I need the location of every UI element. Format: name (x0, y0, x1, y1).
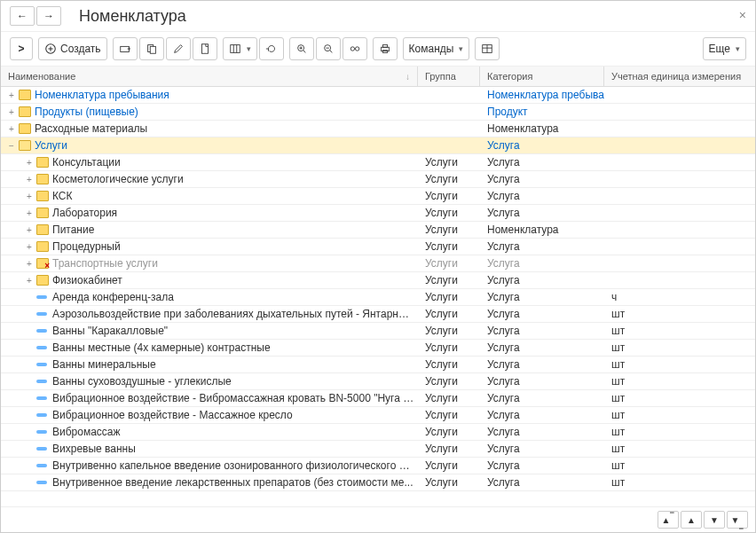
table-row[interactable]: −УслугиУслуга (1, 137, 755, 154)
table-row[interactable]: Аэрозольвоздействие при заболеваниях дых… (1, 306, 755, 323)
scroll-up-button[interactable]: ▲ (681, 511, 702, 529)
row-unit (604, 128, 755, 129)
link-button[interactable] (343, 37, 367, 60)
row-unit: шт (604, 307, 755, 321)
row-group: Услуги (418, 189, 480, 203)
print-button[interactable] (373, 37, 398, 60)
row-category: Номенклатура пребыван... (480, 88, 604, 102)
row-unit (604, 212, 755, 214)
row-category: Услуга (480, 425, 604, 439)
item-icon (36, 295, 47, 299)
scroll-top-button[interactable]: ▲▔ (658, 511, 679, 529)
table-row[interactable]: +Косметологические услугиУслугиУслуга (1, 171, 755, 188)
row-name: Внутривенное введение лекарственных преп… (52, 476, 413, 489)
item-icon (36, 380, 47, 383)
svg-rect-11 (382, 45, 387, 48)
expand-toggle[interactable]: + (24, 208, 35, 218)
more-button[interactable]: Еще▾ (703, 37, 746, 60)
row-name: Вибромассаж (52, 426, 121, 438)
table-row[interactable]: Внутривенное введение лекарственных преп… (1, 474, 755, 491)
table-row[interactable]: +ПроцедурныйУслугиУслуга (1, 239, 755, 255)
table-row[interactable]: +Продукты (пищевые)Продукт (1, 104, 755, 121)
svg-rect-3 (150, 46, 155, 53)
expand-toggle[interactable]: + (24, 174, 35, 184)
table-row[interactable]: +Транспортные услугиУслугиУслуга (1, 255, 755, 272)
table-row[interactable]: +Расходные материалыНоменклатура (1, 121, 755, 137)
edit-button[interactable] (166, 37, 191, 60)
row-group: Услуги (418, 206, 480, 220)
copy-button[interactable] (139, 37, 164, 60)
grid-body[interactable]: +Номенклатура пребыванияНоменклатура пре… (1, 87, 755, 506)
commands-button[interactable]: Команды▾ (403, 37, 470, 60)
table-row[interactable]: Ванны минеральныеУслугиУслугашт (1, 357, 755, 373)
nav-back-button[interactable]: ← (10, 6, 35, 26)
scroll-bottom-button[interactable]: ▼▁ (727, 511, 748, 529)
column-header-category[interactable]: Категория (480, 67, 604, 86)
row-unit: шт (604, 391, 755, 405)
row-name: Физиокабинет (52, 274, 122, 286)
expand-toggle (24, 393, 35, 404)
folder-icon (19, 140, 31, 151)
table-row[interactable]: +КСКУслугиУслуга (1, 188, 755, 205)
table-row[interactable]: Аренда конференц-залаУслугиУслугач (1, 289, 755, 306)
table-row[interactable]: Внутривенно капельное введение озонирова… (1, 458, 755, 474)
refresh-button[interactable] (259, 37, 284, 60)
row-category: Услуга (480, 391, 604, 405)
layout-button[interactable] (475, 37, 500, 60)
row-unit: шт (604, 425, 755, 439)
nav-forward-button[interactable]: → (36, 6, 61, 26)
item-icon (36, 363, 47, 366)
table-row[interactable]: Ванны "Каракалловые"УслугиУслугашт (1, 323, 755, 340)
table-row[interactable]: +КонсультацииУслугиУслуга (1, 154, 755, 171)
column-header-group[interactable]: Группа (418, 67, 480, 86)
row-unit (604, 263, 755, 264)
print-icon (379, 43, 391, 55)
expand-toggle[interactable]: + (6, 106, 17, 117)
zoom-out-button[interactable] (316, 37, 341, 60)
row-category: Услуга (480, 459, 604, 473)
mark-delete-button[interactable] (193, 37, 217, 60)
row-category: Услуга (480, 442, 604, 456)
column-header-name[interactable]: Наименование ↓ (1, 67, 418, 86)
expand-toggle (24, 427, 35, 437)
table-row[interactable]: +Номенклатура пребыванияНоменклатура пре… (1, 87, 755, 104)
row-group: Услуги (418, 307, 480, 321)
table-row[interactable]: +ЛабораторияУслугиУслуга (1, 205, 755, 222)
table-row[interactable]: +ПитаниеУслугиНоменклатура (1, 222, 755, 239)
scroll-down-button[interactable]: ▼ (704, 511, 725, 529)
table-row[interactable]: ВибромассажУслугиУслугашт (1, 424, 755, 441)
table-row[interactable]: Вибрационное воздействие - Массажное кре… (1, 407, 755, 424)
row-unit (604, 279, 755, 281)
row-name: Транспортные услуги (52, 257, 158, 270)
grid-icon (481, 43, 493, 55)
expand-toggle[interactable]: + (24, 224, 35, 235)
expand-toggle[interactable]: + (24, 191, 35, 201)
columns-button[interactable]: ▾ (223, 37, 257, 60)
expand-button[interactable]: > (10, 37, 33, 60)
expand-toggle[interactable]: + (6, 123, 17, 134)
item-icon (36, 430, 47, 434)
expand-toggle[interactable]: + (24, 157, 35, 168)
row-category: Услуга (480, 307, 604, 321)
create-button[interactable]: Создать (38, 37, 107, 60)
expand-toggle[interactable]: + (24, 258, 35, 269)
table-row[interactable]: Вихревые ванныУслугиУслугашт (1, 441, 755, 458)
column-header-unit[interactable]: Учетная единица измерения (604, 67, 755, 86)
table-row[interactable]: Ванны местные (4х камерные) контрастныеУ… (1, 340, 755, 357)
new-folder-button[interactable] (113, 37, 138, 60)
table-row[interactable]: Ванны суховоздушные - углекислыеУслугиУс… (1, 373, 755, 390)
table-row[interactable]: +ФизиокабинетУслугиУслуга (1, 272, 755, 289)
expand-toggle[interactable]: − (6, 140, 17, 151)
table-row[interactable]: Вибрационное воздействие - Вибромассажна… (1, 390, 755, 407)
expand-toggle[interactable]: + (24, 241, 35, 252)
row-unit (604, 161, 755, 163)
columns-icon (229, 43, 241, 55)
expand-toggle[interactable]: + (6, 90, 17, 100)
zoom-in-button[interactable] (289, 37, 314, 60)
expand-toggle (24, 309, 35, 319)
expand-toggle[interactable]: + (24, 275, 35, 286)
close-icon[interactable]: × (739, 8, 746, 22)
row-unit (604, 145, 755, 146)
row-category: Продукт (480, 105, 604, 119)
row-category: Услуга (480, 256, 604, 270)
